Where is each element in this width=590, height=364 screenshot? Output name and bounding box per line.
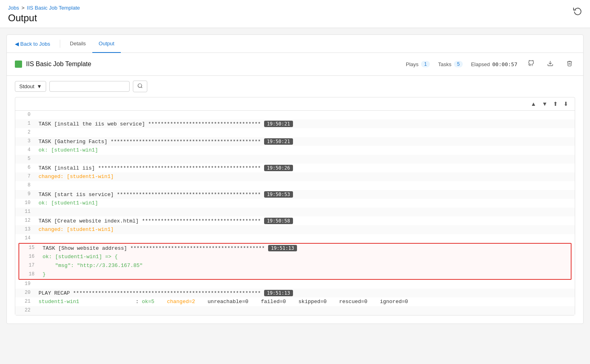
- table-row: 2: [15, 128, 575, 137]
- tasks-stat: Tasks 5: [438, 61, 463, 67]
- jobs-link[interactable]: Jobs: [8, 5, 19, 11]
- job-header: IIS Basic Job Template Plays 1 Tasks 5 E…: [7, 53, 583, 76]
- search-input[interactable]: [54, 83, 118, 89]
- table-row: 3TASK [Gathering Facts] ****************…: [15, 137, 575, 146]
- table-row: 1TASK [install the iis web service] ****…: [15, 119, 575, 128]
- job-status-icon: [15, 61, 22, 68]
- tasks-badge: 5: [454, 61, 463, 67]
- table-row: 12TASK [Create website index.html] *****…: [15, 216, 575, 225]
- breadcrumb-current[interactable]: IIS Basic Job Template: [27, 5, 80, 11]
- breadcrumb: Jobs > IIS Basic Job Template: [8, 5, 582, 11]
- tab-output[interactable]: Output: [92, 35, 121, 53]
- delete-button[interactable]: [564, 59, 575, 70]
- download-button[interactable]: [545, 59, 556, 70]
- table-row: 22: [15, 306, 575, 315]
- output-content: 01TASK [install the iis web service] ***…: [15, 111, 575, 315]
- table-row: 20PLAY RECAP ***************************…: [15, 289, 575, 297]
- table-row: 11: [15, 208, 575, 216]
- table-row: 14: [15, 234, 575, 243]
- plays-badge: 1: [421, 61, 430, 67]
- table-row: 21student1-win1 : ok=5 changed=2 unreach…: [15, 297, 575, 306]
- output-nav: ▲ ▼ ⬆ ⬇: [15, 97, 575, 111]
- breadcrumb-sep: >: [21, 5, 24, 11]
- table-row: 19: [15, 280, 575, 289]
- table-row: 17 "msg": "http://3.236.167.85": [19, 261, 571, 270]
- table-row: 15TASK [Show website address] **********…: [19, 244, 571, 253]
- scroll-down-button[interactable]: ▼: [540, 100, 549, 108]
- stdout-select[interactable]: Stdout ▼: [15, 81, 46, 92]
- plays-stat: Plays 1: [406, 61, 430, 67]
- tab-details[interactable]: Details: [63, 35, 92, 53]
- output-area: ▲ ▼ ⬆ ⬇ 01TASK [install the iis web serv…: [15, 97, 575, 315]
- table-row: 0: [15, 111, 575, 119]
- scroll-top-button[interactable]: ⬆: [551, 100, 559, 108]
- job-stats: Plays 1 Tasks 5 Elapsed 00:00:57: [406, 59, 575, 70]
- toolbar: Stdout ▼: [7, 76, 583, 97]
- rocket-button[interactable]: [525, 59, 537, 70]
- table-row: 10ok: [student1-win1]: [15, 199, 575, 208]
- svg-point-1: [138, 84, 142, 87]
- table-row: 4ok: [student1-win1]: [15, 146, 575, 155]
- chevron-down-icon: ▼: [37, 83, 42, 89]
- search-input-wrap: [49, 81, 130, 92]
- table-row: 16ok: [student1-win1] => {: [19, 253, 571, 261]
- table-row: 6TASK [install iis] ********************…: [15, 164, 575, 172]
- table-row: 7changed: [student1-win1]: [15, 172, 575, 181]
- table-row: 8: [15, 181, 575, 190]
- history-button[interactable]: [573, 6, 582, 17]
- scroll-up-button[interactable]: ▲: [529, 100, 538, 108]
- job-title: IIS Basic Job Template: [26, 61, 406, 68]
- elapsed-stat: Elapsed 00:00:57: [471, 61, 517, 67]
- elapsed-value: 00:00:57: [492, 61, 517, 67]
- svg-line-2: [141, 87, 142, 88]
- scroll-bottom-button[interactable]: ⬇: [562, 100, 570, 108]
- table-row: 13changed: [student1-win1]: [15, 225, 575, 234]
- table-row: 5: [15, 155, 575, 164]
- highlighted-block: 15TASK [Show website address] **********…: [18, 243, 572, 280]
- search-button[interactable]: [133, 81, 147, 92]
- table-row: 18}: [19, 270, 571, 279]
- page-title: Output: [8, 12, 37, 23]
- back-to-jobs-tab[interactable]: ◀ Back to Jobs: [13, 35, 57, 53]
- tabs-bar: ◀ Back to Jobs Details Output: [7, 35, 583, 53]
- table-row: 9TASK [start iis service] **************…: [15, 190, 575, 199]
